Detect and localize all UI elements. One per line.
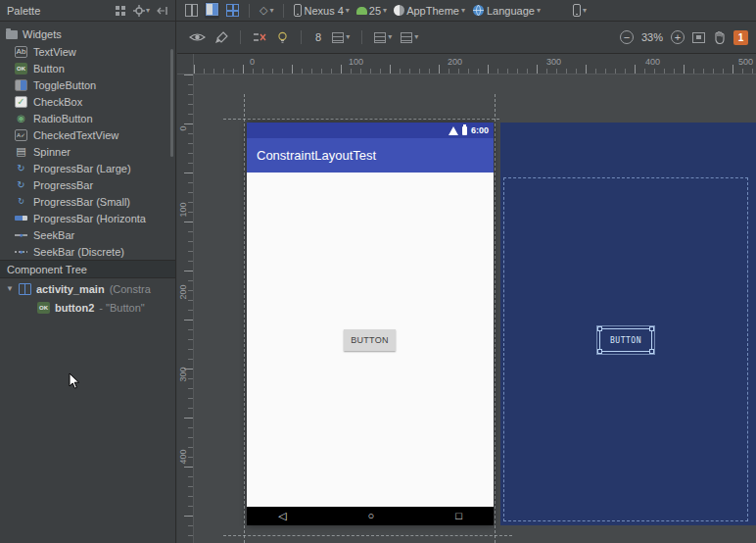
v-ruler-label: 200	[178, 282, 188, 302]
constraint-handle[interactable]	[649, 349, 654, 354]
constraint-handle[interactable]	[597, 326, 602, 331]
palette-widget-list: Widgets AbTextView OKButton ToggleButton…	[0, 22, 175, 260]
component-tree: ▼ activity_main (Constra OK button2 - "B…	[0, 279, 176, 317]
blueprint-view-icon[interactable]	[226, 4, 239, 17]
navigation-bar: ◁ ○ □	[247, 507, 494, 525]
palette-item-togglebutton[interactable]: ToggleButton	[0, 76, 175, 93]
guideline-selector[interactable]: ▾	[401, 32, 418, 43]
language-selector[interactable]: Language ▾	[472, 4, 541, 17]
margin-icon	[332, 32, 344, 43]
ruler-corner	[177, 54, 194, 74]
h-ruler-label: 0	[250, 57, 255, 67]
palette-scrollbar[interactable]	[170, 49, 173, 157]
button2-icon: OK	[37, 302, 50, 314]
vertical-ruler: 0 100 200 300 400	[177, 74, 194, 543]
gear-icon[interactable]: ▾	[133, 5, 150, 17]
expander-icon[interactable]: ▼	[6, 284, 14, 293]
virtual-device-icon	[573, 4, 581, 17]
button-icon: OK	[15, 63, 27, 74]
api-level-label: 25	[369, 5, 381, 17]
theme-icon	[394, 5, 404, 16]
status-time: 6:00	[471, 125, 489, 135]
constraint-handle[interactable]	[597, 349, 602, 354]
palette-panel: Widgets AbTextView OKButton ToggleButton…	[0, 22, 176, 543]
blueprint-view[interactable]: BUTTON	[500, 123, 756, 525]
palette-item-progressbar[interactable]: ↻ProgressBar	[0, 176, 175, 193]
nav-home-icon: ○	[368, 511, 375, 521]
seekbar-icon: ●	[15, 229, 27, 241]
theme-label: AppTheme	[406, 5, 459, 17]
v-ruler-label: 100	[178, 200, 188, 220]
palette-view-options-icon[interactable]	[115, 5, 126, 17]
zoom-level: 33%	[641, 31, 663, 43]
progressbar-icon: ↻	[15, 179, 27, 191]
show-constraints-eye-icon[interactable]	[189, 31, 206, 43]
spinner-icon: ▤	[15, 146, 27, 158]
gear-caret-icon: ▾	[146, 7, 150, 15]
palette-item-progressbar-large[interactable]: ↻ProgressBar (Large)	[0, 160, 175, 176]
palette-item-textview[interactable]: AbTextView	[0, 43, 175, 60]
guide-line-right	[495, 94, 496, 543]
blueprint-colors-brush-icon[interactable]	[214, 31, 228, 44]
palette-item-checkedtextview[interactable]: A✓CheckedTextView	[0, 126, 175, 143]
palette-item-seekbar[interactable]: ●SeekBar	[0, 226, 175, 243]
zoom-to-fit-icon[interactable]	[692, 32, 705, 43]
api-version-selector[interactable]: 25 ▾	[356, 5, 387, 17]
layout-content[interactable]: BUTTON	[247, 173, 494, 507]
error-count-badge[interactable]: 1	[733, 30, 748, 45]
status-bar: 6:00	[247, 123, 494, 138]
top-toolbar: Palette ▾ ◇ ▾	[0, 0, 756, 22]
wifi-icon	[449, 126, 458, 135]
checkbox-icon: ✓	[15, 96, 27, 108]
progressbar-horizontal-icon	[15, 216, 27, 221]
palette-title: Palette	[7, 5, 40, 17]
zoom-in-button[interactable]: +	[671, 30, 685, 44]
infer-constraints-bulb-icon[interactable]	[276, 31, 289, 44]
mouse-cursor	[69, 372, 80, 390]
android-studio-layout-editor: Palette ▾ ◇ ▾	[0, 0, 756, 543]
guide-line-left	[244, 94, 245, 543]
pan-hand-icon[interactable]	[713, 30, 726, 44]
android-icon	[356, 7, 367, 15]
textview-icon: Ab	[15, 46, 27, 58]
palette-item-progressbar-small[interactable]: ↻ProgressBar (Small)	[0, 193, 175, 210]
margin-selector[interactable]: ▾	[332, 32, 350, 43]
checkedtextview-icon: A✓	[15, 129, 27, 141]
palette-item-radiobutton[interactable]: ◉RadioButton	[0, 110, 175, 126]
device-selector[interactable]: Nexus 4 ▾	[294, 4, 349, 17]
tree-row-activity-main[interactable]: ▼ activity_main (Constra	[0, 279, 176, 298]
palette-item-button[interactable]: OKButton	[0, 60, 175, 76]
tree-row-button2[interactable]: OK button2 - "Button"	[0, 298, 176, 317]
design-blueprint-view-icon[interactable]	[205, 2, 219, 19]
default-margin-value[interactable]: 8	[313, 31, 323, 43]
palette-tool-window-header: Palette ▾	[0, 0, 176, 21]
folder-icon	[6, 30, 18, 39]
design-view-icon[interactable]	[185, 4, 198, 17]
clear-constraints-icon[interactable]	[253, 31, 267, 43]
zoom-out-button[interactable]: −	[620, 30, 634, 44]
palette-item-checkbox[interactable]: ✓CheckBox	[0, 93, 175, 110]
globe-icon	[472, 4, 485, 17]
design-view-device[interactable]: 6:00 ConstraintLayoutTest BUTTON ◁ ○ □	[247, 123, 494, 525]
language-label: Language	[487, 5, 535, 17]
h-ruler-label: 200	[448, 57, 462, 67]
align-selector[interactable]: ▾	[374, 32, 392, 43]
blueprint-button-widget[interactable]: BUTTON	[599, 328, 652, 352]
togglebutton-icon	[15, 79, 27, 91]
design-surface[interactable]: 0 100 200 300 400 500 0 100 200 300 400 …	[177, 54, 756, 543]
app-title: ConstraintLayoutTest	[257, 148, 376, 163]
virtual-device-selector[interactable]: ▾	[573, 4, 587, 17]
palette-item-progressbar-horizontal[interactable]: ProgressBar (Horizonta	[0, 210, 175, 226]
constraint-handle[interactable]	[649, 326, 654, 331]
orientation-selector[interactable]: ◇ ▾	[260, 5, 273, 16]
theme-selector[interactable]: AppTheme ▾	[394, 5, 465, 17]
palette-item-spinner[interactable]: ▤Spinner	[0, 143, 175, 160]
design-button-widget[interactable]: BUTTON	[344, 329, 396, 351]
nav-recents-icon: □	[455, 511, 462, 521]
progressbar-small-icon: ↻	[15, 196, 27, 208]
palette-item-seekbar-discrete[interactable]: ●SeekBar (Discrete)	[0, 243, 175, 260]
palette-group-widgets[interactable]: Widgets	[0, 25, 175, 43]
guide-line-top	[223, 119, 499, 120]
hide-tool-window-icon[interactable]	[157, 5, 168, 17]
h-ruler-label: 500	[738, 57, 753, 67]
